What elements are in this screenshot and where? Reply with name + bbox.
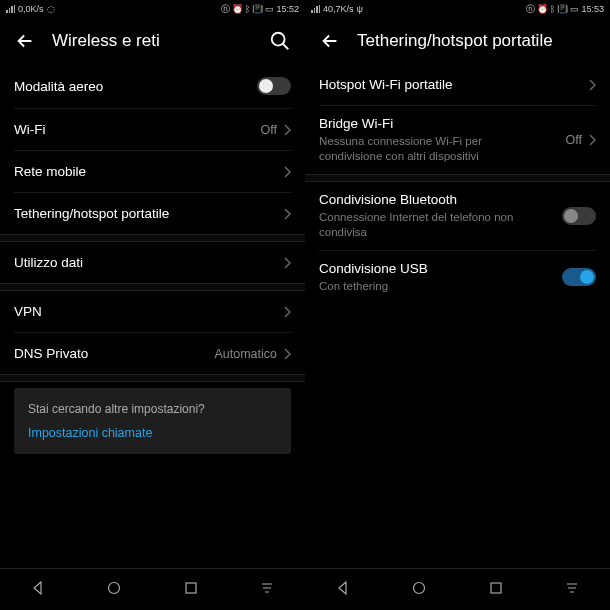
chevron-right-icon [283,306,291,318]
navigation-bar [305,568,610,610]
signal-icon [311,5,320,13]
wifi-item[interactable]: Wi-Fi Off [0,109,305,150]
nav-home-icon[interactable] [106,580,122,600]
header: Wireless e reti [0,18,305,64]
search-icon[interactable] [269,30,291,52]
settings-list: Hotspot Wi-Fi portatile Bridge Wi-Fi Nes… [305,64,610,568]
svg-point-1 [109,582,120,593]
chevron-right-icon [283,348,291,360]
bluetooth-sharing-item[interactable]: Condivisione Bluetooth Connessione Inter… [305,182,610,250]
usb-sharing-item[interactable]: Condivisione USB Con tethering [305,251,610,304]
network-speed: 0,0K/s [18,4,44,14]
bluetooth-toggle[interactable] [562,207,596,225]
usb-toggle[interactable] [562,268,596,286]
hotspot-label: Hotspot Wi-Fi portatile [319,77,453,92]
nav-recent-icon[interactable] [488,580,504,600]
back-icon[interactable] [14,30,36,52]
battery-icon: ▭ [570,4,579,14]
status-bar: 40,7K/s ψ ⓝ ⏰ ᛒ 📳 ▭ 15:53 [305,0,610,18]
alarm-icon: ⏰ [537,4,548,14]
bridge-value: Off [566,133,582,147]
airplane-label: Modalità aereo [14,79,103,94]
bridge-sub: Nessuna connessione Wi-Fi per condivisio… [319,134,519,164]
vpn-item[interactable]: VPN [0,291,305,332]
usb-icon: ψ [357,4,363,14]
svg-rect-2 [186,583,196,593]
navigation-bar [0,568,305,610]
mobile-label: Rete mobile [14,164,86,179]
tethering-item[interactable]: Tethering/hotspot portatile [0,193,305,234]
phone-right: 40,7K/s ψ ⓝ ⏰ ᛒ 📳 ▭ 15:53 Tethering/hots… [305,0,610,610]
chevron-right-icon [283,208,291,220]
hotspot-item[interactable]: Hotspot Wi-Fi portatile [305,64,610,105]
bluetooth-icon: ᛒ [245,4,250,14]
nav-drawer-icon[interactable] [259,580,275,600]
nav-drawer-icon[interactable] [564,580,580,600]
data-usage-item[interactable]: Utilizzo dati [0,242,305,283]
status-bar: 0,0K/s ◌ ⓝ ⏰ ᛒ 📳 ▭ 15:52 [0,0,305,18]
loading-icon: ◌ [47,4,55,14]
vpn-label: VPN [14,304,42,319]
svg-point-3 [414,582,425,593]
wifi-value: Off [261,123,277,137]
usb-sub: Con tethering [319,279,428,294]
network-speed: 40,7K/s [323,4,354,14]
svg-rect-4 [491,583,501,593]
search-suggestions-card: Stai cercando altre impostazioni? Impost… [14,388,291,454]
signal-icon [6,5,15,13]
wifi-label: Wi-Fi [14,122,45,137]
bt-sub: Connessione Internet del telefono non co… [319,210,519,240]
nav-recent-icon[interactable] [183,580,199,600]
header: Tethering/hotspot portatile [305,18,610,64]
svg-point-0 [272,33,285,46]
bridge-wifi-item[interactable]: Bridge Wi-Fi Nessuna connessione Wi-Fi p… [305,106,610,174]
page-title: Tethering/hotspot portatile [357,31,596,51]
chevron-right-icon [588,134,596,146]
status-time: 15:53 [581,4,604,14]
nfc-icon: ⓝ [526,3,535,16]
bluetooth-icon: ᛒ [550,4,555,14]
dns-item[interactable]: DNS Privato Automatico [0,333,305,374]
nav-home-icon[interactable] [411,580,427,600]
nav-back-icon[interactable] [30,580,46,600]
nfc-icon: ⓝ [221,3,230,16]
mobile-network-item[interactable]: Rete mobile [0,151,305,192]
bridge-label: Bridge Wi-Fi [319,116,519,131]
dns-label: DNS Privato [14,346,88,361]
vibrate-icon: 📳 [252,4,263,14]
chevron-right-icon [283,166,291,178]
page-title: Wireless e reti [52,31,253,51]
status-time: 15:52 [276,4,299,14]
back-icon[interactable] [319,30,341,52]
usb-label: Condivisione USB [319,261,428,276]
airplane-toggle[interactable] [257,77,291,95]
bt-label: Condivisione Bluetooth [319,192,519,207]
alarm-icon: ⏰ [232,4,243,14]
chevron-right-icon [588,79,596,91]
battery-icon: ▭ [265,4,274,14]
phone-left: 0,0K/s ◌ ⓝ ⏰ ᛒ 📳 ▭ 15:52 Wireless e reti… [0,0,305,610]
airplane-mode-item[interactable]: Modalità aereo [0,64,305,108]
search-card-title: Stai cercando altre impostazioni? [28,402,277,416]
dns-value: Automatico [214,347,277,361]
nav-back-icon[interactable] [335,580,351,600]
chevron-right-icon [283,257,291,269]
vibrate-icon: 📳 [557,4,568,14]
chevron-right-icon [283,124,291,136]
tethering-label: Tethering/hotspot portatile [14,206,169,221]
data-usage-label: Utilizzo dati [14,255,83,270]
call-settings-link[interactable]: Impostazioni chiamate [28,426,277,440]
settings-list: Modalità aereo Wi-Fi Off Rete mobile Tet… [0,64,305,568]
